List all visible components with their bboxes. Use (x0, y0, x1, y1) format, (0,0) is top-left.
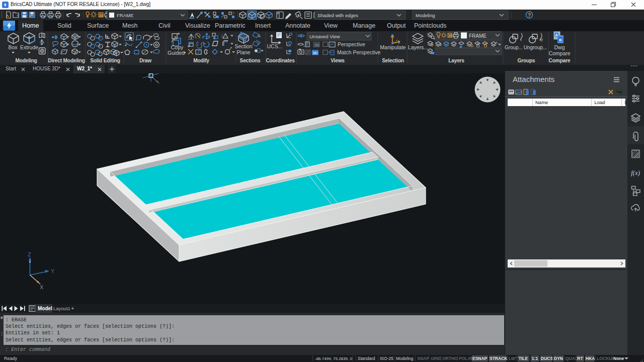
svg-text:Unsaved View: Unsaved View (309, 34, 340, 39)
svg-text:Match Perspective: Match Perspective (337, 49, 381, 55)
svg-text:FRAME: FRAME (117, 13, 133, 18)
svg-text:Compare: Compare (548, 50, 570, 56)
svg-text:?: ? (528, 13, 531, 18)
svg-text:Box: Box (8, 44, 18, 50)
svg-text:2D: 2D (314, 43, 319, 47)
svg-text:Groups: Groups (517, 58, 535, 63)
svg-text:Shaded with edges: Shaded with edges (317, 13, 358, 18)
svg-text:B: B (559, 38, 562, 42)
svg-text:X: X (40, 284, 44, 290)
svg-text:Solid Editing: Solid Editing (90, 58, 120, 63)
svg-text:Plane: Plane (237, 49, 251, 55)
svg-text:?: ? (232, 11, 234, 16)
svg-text:3d: 3d (99, 14, 103, 17)
svg-text:Group...: Group... (505, 45, 523, 50)
svg-text:Compare: Compare (549, 58, 571, 63)
svg-text:Selection: Selection (382, 58, 404, 63)
svg-text:Draw: Draw (139, 58, 151, 63)
svg-text:Guided: Guided (168, 50, 185, 56)
svg-text:Direct Modeling: Direct Modeling (48, 58, 85, 63)
svg-text:Views: Views (331, 58, 345, 63)
svg-text:Section: Section (234, 43, 252, 49)
svg-text:3d: 3d (448, 34, 452, 37)
svg-text:Modify: Modify (193, 58, 209, 63)
svg-text:Manipulate: Manipulate (380, 44, 406, 50)
svg-text:f(x): f(x) (631, 169, 640, 176)
svg-text:Extrude: Extrude (20, 44, 38, 50)
svg-text:FRAME: FRAME (469, 33, 487, 39)
svg-text:Dwg: Dwg (554, 44, 565, 50)
svg-text:Sections: Sections (240, 58, 261, 63)
svg-text:UCS...: UCS... (267, 43, 283, 49)
svg-text:Ungroup...: Ungroup... (524, 45, 547, 50)
svg-text:Layers: Layers (448, 58, 464, 63)
svg-text:Z: Z (28, 251, 31, 257)
svg-text:Layers...: Layers... (408, 44, 428, 50)
svg-text:A: A (555, 33, 558, 37)
svg-text:Modeling: Modeling (416, 13, 435, 18)
svg-text:Coordinates: Coordinates (266, 58, 295, 63)
svg-text:3D: 3D (313, 51, 318, 55)
svg-text:Y: Y (51, 268, 55, 274)
svg-text:Modeling: Modeling (15, 58, 37, 63)
svg-text:Perspective: Perspective (338, 41, 365, 47)
svg-text:A: A (258, 34, 261, 38)
